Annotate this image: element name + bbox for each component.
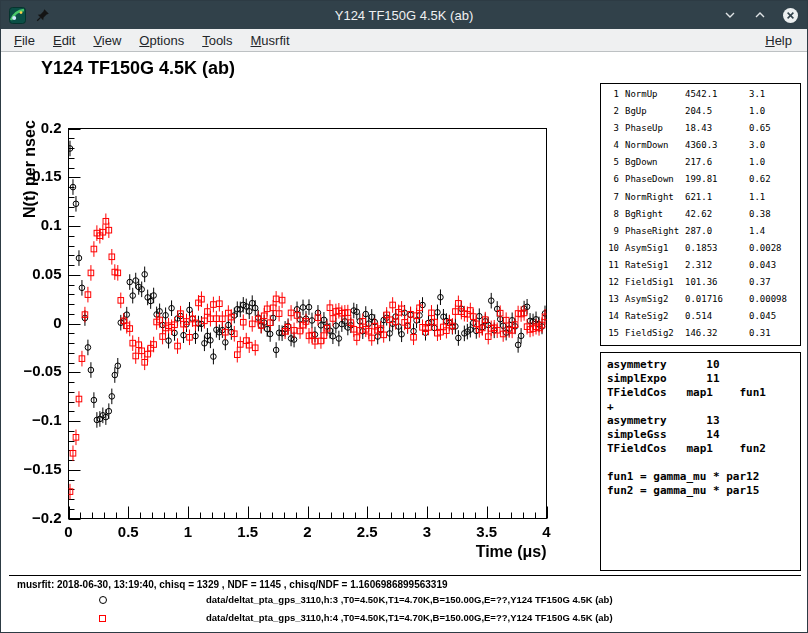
param-value: 0.514 [685,311,743,328]
param-name: AsymSig2 [625,294,679,311]
param-num: 8 [605,209,619,226]
menubar-items: FileEditViewOptionsToolsMusrfit [1,31,299,50]
menu-item-tools[interactable]: Tools [193,31,241,50]
bottom-separator [9,575,801,576]
maximize-button[interactable] [751,6,769,24]
theory-box: asymmetry 10simplExpo 11TFieldCos map1 f… [600,352,801,571]
menu-item-edit[interactable]: Edit [44,31,84,50]
theory-line: asymmetry 13 [607,414,800,428]
param-row: 5BgDown217.61.0 [605,157,800,174]
param-num: 2 [605,106,619,123]
param-row: 14RateSig20.5140.045 [605,311,800,328]
param-name: RateSig2 [625,311,679,328]
param-name: BgUp [625,106,679,123]
param-value: 101.36 [685,277,743,294]
param-num: 9 [605,226,619,243]
param-error: 3.0 [749,140,800,157]
param-num: 5 [605,157,619,174]
menu-item-help[interactable]: Help [756,31,801,50]
param-value: 204.5 [685,106,743,123]
menu-item-view[interactable]: View [84,31,130,50]
param-value: 2.312 [685,260,743,277]
theory-line: fun2 = gamma_mu * par15 [607,484,800,498]
param-name: PhaseDown [625,174,679,191]
param-name: RateSig1 [625,260,679,277]
param-row: 10AsymSig10.18530.0028 [605,243,800,260]
pin-icon-glyph [36,8,50,22]
close-icon [782,7,799,24]
param-name: NormUp [625,89,679,106]
param-num: 10 [605,243,619,260]
param-name: NormRight [625,192,679,209]
theory-line: TFieldCos map1 fun2 [607,442,800,456]
menu-item-musrfit[interactable]: Musrfit [242,31,299,50]
param-row: 13AsymSig20.017160.00098 [605,294,800,311]
param-error: 0.0028 [749,243,800,260]
param-row: 9PhaseRight287.01.4 [605,226,800,243]
param-error: 0.38 [749,209,800,226]
param-num: 13 [605,294,619,311]
param-error: 3.1 [749,89,800,106]
param-value: 199.81 [685,174,743,191]
legend-item: data/deltat_pta_gps_3110,h:4 ,T0=4.50K,T… [1,609,807,627]
param-error: 1.0 [749,106,800,123]
legend-marker-circle [99,596,107,604]
menubar-help: Help [756,31,807,50]
param-row: 4NormDown4360.33.0 [605,140,800,157]
param-num: 14 [605,311,619,328]
menubar: FileEditViewOptionsToolsMusrfit Help [1,29,807,52]
theory-line: fun1 = gamma_mu * par12 [607,470,800,484]
plot-canvas[interactable] [1,52,599,576]
param-error: 0.00098 [749,294,800,311]
param-name: NormDown [625,140,679,157]
legend-label: data/deltat_pta_gps_3110,h:4 ,T0=4.50K,T… [206,612,613,623]
theory-line: simplExpo 11 [607,372,800,386]
param-value: 287.0 [685,226,743,243]
param-error: 0.043 [749,260,800,277]
param-row: 11RateSig12.3120.043 [605,260,800,277]
param-row: 3PhaseUp18.430.65 [605,123,800,140]
param-value: 42.62 [685,209,743,226]
param-row: 8BgRight42.620.38 [605,209,800,226]
titlebar: Y124 TF150G 4.5K (ab) [1,1,807,29]
param-value: 621.1 [685,192,743,209]
param-error: 0.62 [749,174,800,191]
param-num: 12 [605,277,619,294]
param-row: 7NormRight621.11.1 [605,192,800,209]
param-value: 0.01716 [685,294,743,311]
close-button[interactable] [781,6,799,24]
param-name: BgRight [625,209,679,226]
pin-icon[interactable] [34,6,52,24]
param-error: 1.1 [749,192,800,209]
window-title: Y124 TF150G 4.5K (ab) [1,1,807,29]
theory-line: + [607,400,800,414]
theory-line: TFieldCos map1 fun1 [607,386,800,400]
param-num: 1 [605,89,619,106]
param-value: 0.1853 [685,243,743,260]
param-name: PhaseUp [625,123,679,140]
param-error: 0.37 [749,277,800,294]
theory-line: simpleGss 14 [607,428,800,442]
param-error: 1.0 [749,157,800,174]
param-name: AsymSig1 [625,243,679,260]
param-error: 0.65 [749,123,800,140]
param-name: FieldSig2 [625,328,679,345]
param-row: 2BgUp204.51.0 [605,106,800,123]
param-name: PhaseRight [625,226,679,243]
maximize-icon [753,8,767,22]
app-icon[interactable] [8,6,26,24]
theory-line: asymmetry 10 [607,358,800,372]
param-value: 217.6 [685,157,743,174]
theory-line [607,456,800,470]
main-canvas-area: Y124 TF150G 4.5K (ab) 1NormUp4542.13.12B… [1,52,807,633]
param-num: 11 [605,260,619,277]
param-error: 0.045 [749,311,800,328]
fit-status-line: musrfit: 2018-06-30, 13:19:40, chisq = 1… [17,579,448,590]
minimize-button[interactable] [721,6,739,24]
menu-item-options[interactable]: Options [130,31,193,50]
param-row: 1NormUp4542.13.1 [605,89,800,106]
menu-item-file[interactable]: File [5,31,44,50]
param-error: 0.31 [749,328,800,345]
application-window: Y124 TF150G 4.5K (ab) FileEditViewOp [0,0,808,633]
param-value: 4542.1 [685,89,743,106]
